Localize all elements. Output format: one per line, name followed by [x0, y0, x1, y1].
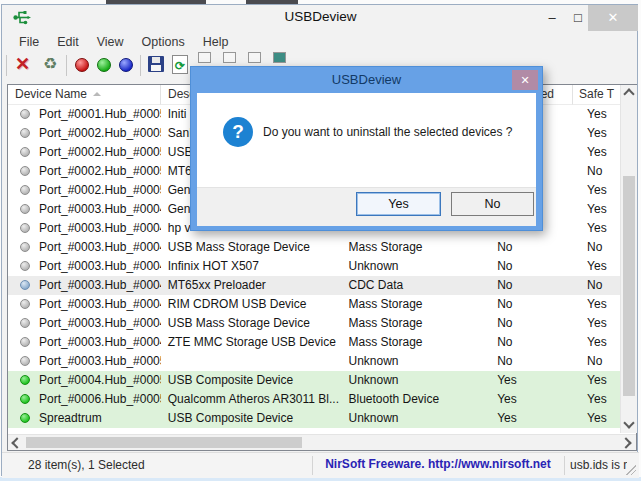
menu-file[interactable]: File — [10, 33, 48, 51]
column-header-device-name[interactable]: Device Name — [8, 85, 161, 105]
device-type-cell: CDC Data — [342, 276, 490, 295]
device-status-icon — [20, 128, 30, 138]
safe-to-unplug-cell: No — [572, 238, 621, 257]
device-row[interactable]: Port_#0006.Hub_#0005Qualcomm Atheros AR3… — [8, 390, 621, 409]
device-status-icon — [20, 280, 30, 290]
properties-icon-partial[interactable] — [223, 52, 236, 63]
vertical-scroll-thumb[interactable] — [623, 176, 635, 396]
device-row[interactable]: Port_#0003.Hub_#0005UnknownNoNo — [8, 352, 621, 371]
device-status-icon — [20, 318, 30, 328]
device-type-cell: Unknown — [342, 352, 490, 371]
device-type-cell: Unknown — [342, 371, 490, 390]
description-cell: ZTE MMC Storage USB Device — [161, 333, 343, 352]
safe-to-unplug-cell: Yes — [572, 295, 621, 314]
device-status-icon — [20, 299, 30, 309]
device-row[interactable]: Port_#0004.Hub_#0005USB Composite Device… — [8, 371, 621, 390]
device-name: Port_#0002.Hub_#0005 — [39, 183, 161, 197]
question-icon: ? — [223, 117, 253, 147]
device-type-cell: Mass Storage — [342, 314, 490, 333]
safe-to-unplug-cell: Yes — [572, 200, 621, 219]
device-name: Port_#0006.Hub_#0005 — [39, 392, 161, 406]
dialog-message: Do you want to uninstall the selected de… — [263, 125, 512, 139]
safe-to-unplug-cell: Yes — [572, 333, 621, 352]
device-row[interactable]: Port_#0003.Hub_#0004USB Mass Storage Dev… — [8, 314, 621, 333]
save-icon[interactable] — [148, 56, 164, 72]
copy-icon-partial[interactable] — [198, 52, 211, 63]
dialog-body: ? Do you want to uninstall the selected … — [197, 93, 536, 187]
device-name: Port_#0002.Hub_#0005 — [39, 145, 161, 159]
connected-cell: No — [490, 314, 572, 333]
scroll-right-button[interactable] — [618, 435, 634, 451]
column-header-safe-t[interactable]: Safe T — [573, 85, 622, 105]
scroll-up-button[interactable] — [621, 86, 637, 102]
device-type-cell: Unknown — [342, 409, 490, 428]
maximize-button[interactable]: □ — [566, 10, 590, 26]
description-cell: USB Mass Storage Device — [161, 314, 343, 333]
menu-edit[interactable]: Edit — [48, 33, 88, 51]
device-row[interactable]: Port_#0003.Hub_#0004USB Mass Storage Dev… — [8, 238, 621, 257]
device-name: Port_#0002.Hub_#0005 — [39, 164, 161, 178]
device-status-icon — [20, 413, 30, 423]
device-row[interactable]: SpreadtrumUSB Composite DeviceUnknownYes… — [8, 409, 621, 428]
device-row[interactable]: Port_#0003.Hub_#0004RIM CDROM USB Device… — [8, 295, 621, 314]
connected-cell: No — [490, 352, 572, 371]
dialog-close-icon[interactable]: ✕ — [512, 70, 538, 90]
sort-ascending-icon — [93, 92, 101, 96]
nirsoft-link[interactable]: NirSoft Freeware. http://www.nirsoft.net — [314, 457, 562, 471]
safe-to-unplug-cell: Yes — [572, 409, 621, 428]
device-type-cell: Unknown — [342, 257, 490, 276]
safe-to-unplug-cell: Yes — [572, 124, 621, 143]
description-cell — [161, 352, 343, 371]
device-name: Port_#0003.Hub_#0004 — [39, 259, 161, 273]
connected-cell: Yes — [490, 371, 572, 390]
red-status-icon[interactable] — [75, 58, 89, 72]
refresh-icon[interactable]: ⟳ — [172, 55, 188, 74]
safe-to-unplug-cell: Yes — [572, 105, 621, 124]
minimize-button[interactable]: – — [540, 10, 564, 26]
horizontal-scrollbar[interactable] — [8, 434, 636, 450]
yes-button[interactable]: Yes — [356, 192, 441, 216]
trash-icon[interactable]: ♻ — [43, 54, 57, 74]
safe-to-unplug-cell: Yes — [572, 257, 621, 276]
report-icon-partial[interactable] — [248, 52, 261, 63]
horizontal-scroll-thumb[interactable] — [26, 437, 302, 448]
device-type-cell: Mass Storage — [342, 333, 490, 352]
device-row[interactable]: Port_#0003.Hub_#0004Infinix HOT X507Unkn… — [8, 257, 621, 276]
uninstall-confirm-dialog: USBDeview ✕ ? Do you want to uninstall t… — [190, 66, 543, 231]
usbids-status-text: usb.ids is n — [570, 458, 627, 472]
device-status-icon — [20, 166, 30, 176]
toolbar-separator — [140, 55, 141, 76]
close-button[interactable]: ✕ — [588, 5, 638, 31]
menu-help[interactable]: Help — [194, 33, 238, 51]
vertical-scrollbar[interactable] — [620, 85, 637, 433]
menubar: FileEditViewOptionsHelp — [10, 33, 237, 51]
connected-cell: No — [490, 238, 572, 257]
no-button[interactable]: No — [451, 192, 534, 216]
device-type-cell: Mass Storage — [342, 295, 490, 314]
connected-cell: No — [490, 276, 572, 295]
safe-to-unplug-cell: Yes — [572, 314, 621, 333]
device-name: Port_#0003.Hub_#0004 — [39, 240, 161, 254]
green-status-icon[interactable] — [97, 58, 111, 72]
dialog-title: USBDeview — [332, 72, 401, 87]
resize-grip[interactable] — [626, 465, 636, 475]
device-row[interactable]: Port_#0003.Hub_#0004ZTE MMC Storage USB … — [8, 333, 621, 352]
menu-options[interactable]: Options — [133, 33, 194, 51]
html-view-icon-partial[interactable] — [273, 52, 286, 63]
device-row[interactable]: Port_#0003.Hub_#0004MT65xx PreloaderCDC … — [8, 276, 621, 295]
safe-to-unplug-cell: Yes — [572, 390, 621, 409]
statusbar: 28 item(s), 1 Selected NirSoft Freeware.… — [2, 452, 639, 478]
connected-cell: No — [490, 333, 572, 352]
device-status-icon — [20, 147, 30, 157]
device-status-icon — [20, 204, 30, 214]
menu-view[interactable]: View — [88, 33, 133, 51]
device-name: Port_#0003.Hub_#0004 — [39, 316, 161, 330]
connected-cell: Yes — [490, 390, 572, 409]
uninstall-selected-icon[interactable]: ✕ — [15, 54, 30, 74]
item-count-text: 28 item(s), 1 Selected — [28, 458, 145, 472]
blue-status-icon[interactable] — [119, 58, 133, 72]
scroll-down-button[interactable] — [621, 415, 637, 431]
safe-to-unplug-cell: Yes — [572, 181, 621, 200]
scroll-left-button[interactable] — [9, 435, 25, 451]
safe-to-unplug-cell: No — [572, 276, 621, 295]
